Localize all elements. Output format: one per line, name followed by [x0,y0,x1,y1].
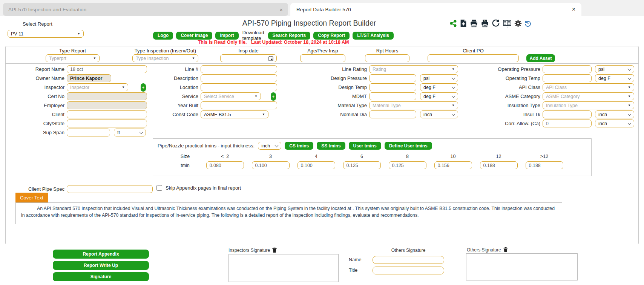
file-add-icon[interactable] [460,19,467,28]
operating-pressure-input[interactable] [543,65,592,73]
insul-tk-unit-select[interactable]: inch [595,110,634,118]
sup-span-unit-select[interactable]: ft [114,129,146,136]
copy-report-button[interactable]: Copy Report [313,32,350,40]
year-built-input[interactable] [201,101,277,109]
client-pipe-spec-input[interactable] [67,185,153,193]
line-rating-row: Line Rating Rating [270,65,462,73]
name-input[interactable] [373,256,444,264]
insulation-type-dropdown[interactable]: Insulation Type [543,101,634,109]
tmin-input[interactable] [206,161,244,169]
design-temp-label: Design Temp [270,84,367,90]
asme-category-row: ASME Category ASME Category [439,92,635,100]
trash-icon[interactable] [272,247,277,253]
close-icon[interactable]: × [279,6,283,13]
book-icon[interactable] [503,19,512,28]
tmin-input[interactable] [297,161,335,169]
line-rating-label: Line Rating [270,66,367,72]
select-report-label: Select Report [23,21,52,27]
type-inspection-dropdown[interactable]: Type Inspection [132,54,198,62]
cover-text-box[interactable]: An API Standard 570 Inspection that incl… [15,202,562,224]
sync-icon[interactable] [492,19,500,28]
others-signature-box[interactable] [466,253,578,280]
logo-button[interactable]: Logo [153,32,173,40]
client-label: Client [6,112,64,117]
ltst-analysis-button[interactable]: LT/ST Analysis [353,32,394,40]
service-dropdown[interactable]: Select Service [201,92,261,100]
history-icon[interactable] [524,20,531,27]
year-built-label: Year Built [119,103,198,108]
api-class-dropdown[interactable]: API Class [543,83,634,91]
calendar-icon[interactable] [268,56,273,61]
design-temp-input[interactable] [369,83,416,91]
tab-api570-inspection[interactable]: API-570 Inspection and Evaluation × [3,3,288,16]
client-pipe-spec-row: Client Pipe Spec [6,185,153,193]
sup-span-input[interactable] [67,129,110,136]
client-po-input[interactable] [428,54,519,62]
report-appendix-button[interactable]: Report Appendix [53,250,149,259]
corr-allow-unit-select[interactable]: inch [595,120,634,127]
corr-allow-input[interactable] [543,120,592,127]
tmin-row-label: tmin [168,163,202,168]
api-class-row: API Class API Class [439,83,635,91]
cs-tmins-button[interactable]: CS tmins [285,142,313,150]
form-column-2: Line # Description Location Service Sele… [119,65,285,120]
size-col-header: 8 [385,154,430,159]
print-final-icon[interactable]: F. [481,19,489,28]
line-row: Line # [119,65,285,73]
city-state-input[interactable] [67,120,147,127]
location-input[interactable] [201,83,277,91]
title-input[interactable] [373,267,444,274]
close-icon[interactable]: × [572,6,575,13]
tmins-unit-select[interactable]: inch [258,142,281,150]
ss-tmins-button[interactable]: SS tmins [317,142,345,150]
operating-temp-input[interactable] [543,74,592,82]
description-input[interactable] [201,74,277,82]
report-write-up-button[interactable]: Report Write Up [53,261,149,270]
age-prev-label: Age/Prev Insp [307,48,338,54]
tmin-input[interactable] [252,161,290,169]
add-asset-button[interactable]: Add Asset [526,54,555,62]
cover-text-badge[interactable]: Cover Text [15,193,48,202]
print-icon[interactable] [470,19,478,28]
year-built-row: Year Built [119,101,285,109]
tmin-input[interactable] [526,161,563,169]
operating-pressure-unit-select[interactable]: psi [595,65,634,73]
design-pressure-input[interactable] [369,74,416,82]
age-prev-input[interactable] [300,54,345,62]
skip-appendix-row: Skip Appendix pages in final report [156,185,241,191]
signature-button[interactable]: Signature [53,272,149,281]
search-reports-button[interactable]: Search Reports [268,32,311,40]
insp-date-input[interactable] [220,54,277,62]
const-code-dropdown[interactable]: ASME B31.5 [201,110,268,118]
define-user-tmins-button[interactable]: Define User tmins [385,142,432,150]
tab-report-data-builder[interactable]: Report Data Builder 570 × [290,3,581,16]
inspectors-signature-box[interactable] [228,254,339,282]
share-icon[interactable] [449,20,457,27]
tmin-input[interactable] [480,161,518,169]
tmin-input[interactable] [343,161,381,169]
readonly-notice: This is Read Only file. Last Updated: Oc… [158,40,388,45]
description-row: Description [119,74,285,82]
select-report-dropdown[interactable]: PV 11 [8,30,84,38]
operating-temp-label: Operating Temp [439,75,540,81]
const-code-label: Const Code [119,112,198,117]
description-label: Description [119,75,198,81]
user-tmins-button[interactable]: User tmins [349,142,381,150]
operating-temp-unit-select[interactable]: deg F [595,74,634,82]
import-button[interactable]: Import [215,32,238,40]
rpt-hours-input[interactable] [365,54,409,62]
mdmt-input[interactable] [369,92,416,100]
skip-appendix-checkbox[interactable] [156,185,162,191]
type-report-dropdown[interactable]: Typerprt [46,54,100,62]
line-input[interactable] [201,65,277,73]
trash-icon[interactable] [503,247,508,253]
insul-tk-input[interactable] [543,110,592,118]
gear-icon[interactable] [514,20,522,27]
owner-name-input[interactable] [67,74,111,82]
nominal-dia-input[interactable] [369,110,416,118]
cover-image-button[interactable]: Cover Image [176,32,212,40]
tmin-input[interactable] [434,161,472,169]
asme-category-dropdown[interactable]: ASME Category [543,92,634,100]
insp-date-field: Insp date [220,48,277,62]
tmin-input[interactable] [389,161,426,169]
